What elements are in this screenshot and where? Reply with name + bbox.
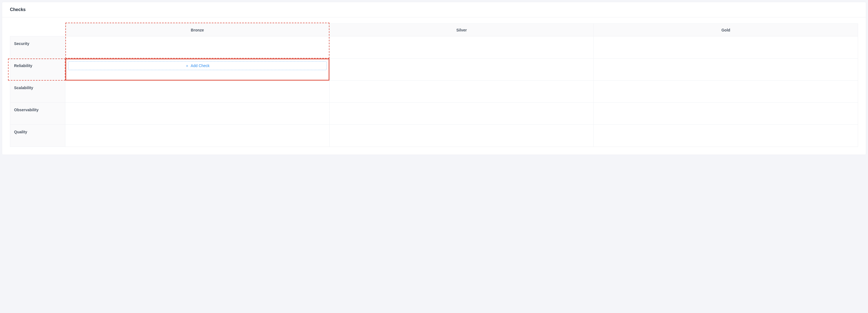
cell-quality-silver[interactable] <box>330 125 594 147</box>
row-header-observability[interactable]: Observability <box>10 103 65 125</box>
cell-security-silver[interactable] <box>330 36 594 59</box>
column-header-silver[interactable]: Silver <box>330 24 594 36</box>
row-header-reliability[interactable]: Reliability <box>10 59 65 81</box>
cell-quality-bronze[interactable] <box>65 125 330 147</box>
add-check-label: Add Check <box>191 63 209 68</box>
cell-scalability-silver[interactable] <box>330 81 594 103</box>
grid-wrap: Bronze Silver Gold Security Reliability <box>10 24 858 147</box>
cell-scalability-gold[interactable] <box>594 81 858 103</box>
cell-quality-gold[interactable] <box>594 125 858 147</box>
cell-reliability-silver[interactable] <box>330 59 594 81</box>
cell-observability-bronze[interactable] <box>65 103 330 125</box>
column-header-gold[interactable]: Gold <box>594 24 858 36</box>
page-title: Checks <box>10 7 858 12</box>
column-header-bronze[interactable]: Bronze <box>65 24 330 36</box>
cell-reliability-gold[interactable] <box>594 59 858 81</box>
checks-card: Checks Bronze Silver Gold <box>2 2 866 155</box>
row-header-security[interactable]: Security <box>10 36 65 59</box>
cell-observability-silver[interactable] <box>330 103 594 125</box>
cell-reliability-bronze[interactable]: ＋ Add Check <box>65 59 330 81</box>
cell-security-gold[interactable] <box>594 36 858 59</box>
row-header-scalability[interactable]: Scalability <box>10 81 65 103</box>
cell-security-bronze[interactable] <box>65 36 330 59</box>
card-header: Checks <box>2 2 866 18</box>
add-check-button[interactable]: ＋ Add Check <box>68 61 327 70</box>
cell-scalability-bronze[interactable] <box>65 81 330 103</box>
plus-icon: ＋ <box>185 64 189 68</box>
row-header-quality[interactable]: Quality <box>10 125 65 147</box>
card-body: Bronze Silver Gold Security Reliability <box>2 18 866 155</box>
corner-cell <box>10 24 65 36</box>
cell-observability-gold[interactable] <box>594 103 858 125</box>
checks-grid: Bronze Silver Gold Security Reliability <box>10 24 858 147</box>
